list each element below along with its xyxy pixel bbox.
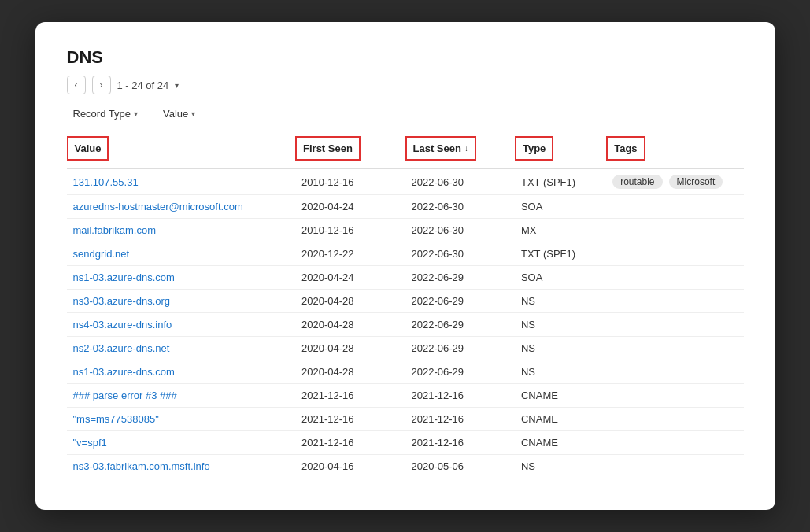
pagination-info: 1 - 24 of 24 [117,79,169,91]
prev-page-button[interactable]: ‹ [67,76,86,94]
cell-type: CNAME [515,390,606,401]
cell-last-seen: 2022-06-29 [405,272,515,283]
table-header: Value First Seen Last Seen ↓ Type Tags [67,133,744,169]
pagination-chevron-icon: ▾ [175,81,179,90]
cell-last-seen: 2022-06-29 [405,295,515,307]
filter-value-label: Value [163,108,188,120]
table-row: ns1-03.azure-dns.com2020-04-282022-06-29… [67,360,744,384]
table-row: ### parse error #3 ###2021-12-162021-12-… [67,384,744,408]
cell-value[interactable]: mail.fabrikam.com [67,224,296,236]
next-page-button[interactable]: › [92,76,111,94]
cell-type: NS [515,319,606,331]
cell-value[interactable]: ns3-03.azure-dns.org [67,295,296,307]
cell-type: TXT (SPF1) [515,248,606,260]
cell-last-seen: 2021-12-16 [405,437,515,449]
table-row: "v=spf12021-12-162021-12-16CNAME [67,431,744,455]
filter-record-type[interactable]: Record Type ▾ [67,105,144,122]
cell-type: SOA [515,201,606,212]
tag-badge[interactable]: Microsoft [669,175,723,189]
cell-value[interactable]: "ms=ms77538085" [67,413,296,425]
cell-type: NS [515,342,606,354]
cell-first-seen: 2021-12-16 [295,437,405,449]
cell-last-seen: 2022-06-30 [405,201,515,212]
main-window: DNS ‹ › 1 - 24 of 24 ▾ Record Type ▾ Val… [35,22,775,510]
cell-type: MX [515,224,606,236]
col-header-type: Type [515,133,606,164]
table-row: ns2-03.azure-dns.net2020-04-282022-06-29… [67,337,744,360]
filter-record-type-chevron-icon: ▾ [134,109,138,118]
cell-last-seen: 2022-06-29 [405,319,515,331]
cell-last-seen: 2022-06-29 [405,342,515,354]
table-row: ns4-03.azure-dns.info2020-04-282022-06-2… [67,313,744,337]
cell-first-seen: 2020-04-16 [295,460,405,472]
col-header-tags: Tags [606,133,743,164]
col-header-value: Value [67,133,296,164]
col-type-label[interactable]: Type [515,136,553,161]
table-row: ns1-03.azure-dns.com2020-04-242022-06-29… [67,266,744,290]
col-tags-label[interactable]: Tags [606,136,645,161]
cell-type: SOA [515,272,606,283]
table-row: 131.107.55.312010-12-162022-06-30TXT (SP… [67,169,744,195]
cell-first-seen: 2020-12-22 [295,248,405,260]
table-row: sendgrid.net2020-12-222022-06-30TXT (SPF… [67,242,744,266]
filter-value[interactable]: Value ▾ [157,105,202,122]
cell-first-seen: 2020-04-24 [295,201,405,212]
tag-badge[interactable]: routable [612,175,662,189]
table-row: mail.fabrikam.com2010-12-162022-06-30MX [67,219,744,242]
cell-value[interactable]: sendgrid.net [67,248,296,260]
cell-last-seen: 2021-12-16 [405,390,515,401]
table-row: ns3-03.azure-dns.org2020-04-282022-06-29… [67,290,744,313]
cell-value[interactable]: ns3-03.fabrikam.com.msft.info [67,460,296,472]
cell-value[interactable]: ns4-03.azure-dns.info [67,319,296,331]
cell-first-seen: 2020-04-28 [295,319,405,331]
table-body: 131.107.55.312010-12-162022-06-30TXT (SP… [67,169,744,478]
cell-tags: routableMicrosoft [606,175,743,189]
col-last-seen-label[interactable]: Last Seen ↓ [405,136,476,161]
last-seen-sort-icon: ↓ [464,144,468,153]
cell-value[interactable]: "v=spf1 [67,437,296,449]
col-first-seen-label[interactable]: First Seen [295,136,361,161]
cell-type: TXT (SPF1) [515,176,606,188]
cell-type: NS [515,366,606,378]
cell-first-seen: 2020-04-28 [295,342,405,354]
cell-type: NS [515,295,606,307]
col-header-last-seen: Last Seen ↓ [405,133,515,164]
cell-type: NS [515,460,606,472]
cell-last-seen: 2020-05-06 [405,460,515,472]
dns-table: Value First Seen Last Seen ↓ Type Tags 1… [67,133,744,478]
cell-type: CNAME [515,437,606,449]
pagination-bar: ‹ › 1 - 24 of 24 ▾ [67,76,744,94]
cell-first-seen: 2010-12-16 [295,176,405,188]
page-title: DNS [67,47,744,68]
cell-last-seen: 2022-06-30 [405,176,515,188]
filter-value-chevron-icon: ▾ [191,109,195,118]
col-header-first-seen: First Seen [295,133,405,164]
cell-value[interactable]: azuredns-hostmaster@microsoft.com [67,201,296,212]
cell-first-seen: 2021-12-16 [295,413,405,425]
cell-last-seen: 2021-12-16 [405,413,515,425]
cell-type: CNAME [515,413,606,425]
col-value-label[interactable]: Value [67,136,109,161]
cell-first-seen: 2020-04-28 [295,366,405,378]
cell-value[interactable]: ns1-03.azure-dns.com [67,272,296,283]
cell-value[interactable]: ### parse error #3 ### [67,390,296,401]
cell-value[interactable]: ns2-03.azure-dns.net [67,342,296,354]
cell-first-seen: 2020-04-24 [295,272,405,283]
cell-first-seen: 2020-04-28 [295,295,405,307]
cell-value[interactable]: 131.107.55.31 [67,176,296,188]
cell-value[interactable]: ns1-03.azure-dns.com [67,366,296,378]
cell-last-seen: 2022-06-30 [405,248,515,260]
table-row: "ms=ms77538085"2021-12-162021-12-16CNAME [67,408,744,431]
cell-last-seen: 2022-06-29 [405,366,515,378]
filter-record-type-label: Record Type [73,108,131,120]
filter-bar: Record Type ▾ Value ▾ [67,105,744,122]
cell-last-seen: 2022-06-30 [405,224,515,236]
pagination-dropdown[interactable]: ▾ [175,81,179,90]
table-row: ns3-03.fabrikam.com.msft.info2020-04-162… [67,455,744,478]
table-row: azuredns-hostmaster@microsoft.com2020-04… [67,195,744,219]
cell-first-seen: 2021-12-16 [295,390,405,401]
cell-first-seen: 2010-12-16 [295,224,405,236]
